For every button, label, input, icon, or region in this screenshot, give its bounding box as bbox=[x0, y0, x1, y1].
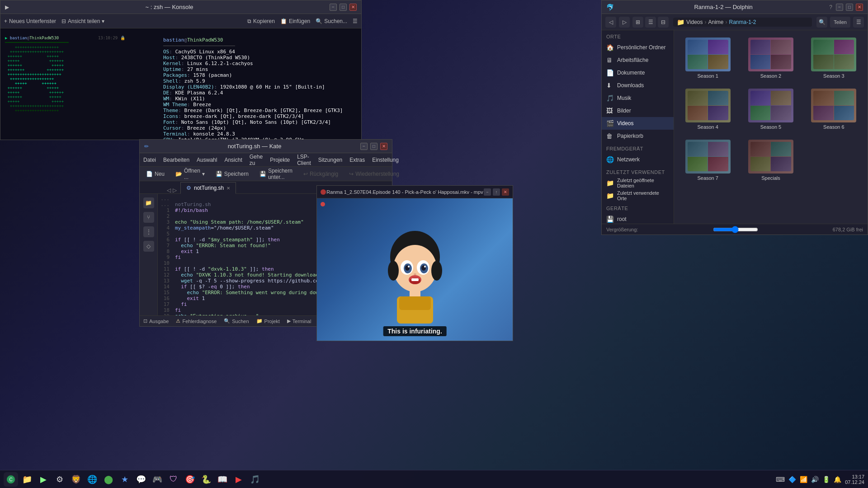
sidebar-item-recent-files[interactable]: 📁 Zuletzt geöffnete Dateien bbox=[602, 177, 674, 189]
sidebar-item-videos[interactable]: 🎬 Videos bbox=[602, 117, 674, 130]
dolphin-forward-btn[interactable]: ▷ bbox=[619, 17, 630, 28]
kate-menu-auswahl[interactable]: Auswahl bbox=[197, 157, 217, 163]
kate-project-tab[interactable]: 📁 Projekt bbox=[256, 318, 280, 324]
kate-panel-files-icon[interactable]: 📁 bbox=[143, 197, 154, 208]
kate-menu-datei[interactable]: Datei bbox=[143, 157, 156, 163]
sidebar-item-trash[interactable]: 🗑 Papierkorb bbox=[602, 130, 674, 142]
taskbar-freetube-icon[interactable]: ▶ bbox=[231, 472, 246, 487]
taskbar-heroic-icon[interactable]: 🛡 bbox=[166, 472, 181, 487]
sidebar-item-home[interactable]: 🏠 Persönlicher Ordner bbox=[602, 41, 674, 54]
tab-close-icon[interactable]: ✕ bbox=[226, 186, 230, 191]
sidebar-item-root[interactable]: 💾 root bbox=[602, 213, 674, 224]
notifications-icon[interactable]: 🔔 bbox=[834, 476, 841, 483]
folder-season7[interactable]: Season 7 bbox=[679, 137, 737, 183]
kate-panel-lsp-icon[interactable]: ◇ bbox=[143, 241, 154, 252]
folder-season3[interactable]: Season 3 bbox=[805, 35, 863, 81]
taskbar-files-icon[interactable]: 📁 bbox=[20, 472, 34, 487]
kate-close-btn[interactable]: ✕ bbox=[380, 143, 387, 150]
kate-panel-symbols-icon[interactable]: ⋮ bbox=[143, 226, 154, 237]
folder-season1[interactable]: Season 1 bbox=[679, 35, 737, 81]
kate-menu-projekte[interactable]: Projekte bbox=[270, 157, 290, 163]
terminal-maximize-btn[interactable]: □ bbox=[340, 4, 347, 11]
dolphin-close-btn[interactable]: ✕ bbox=[856, 4, 863, 11]
breadcrumb-back-icon[interactable]: ◁ bbox=[167, 187, 171, 193]
taskbar-settings-icon[interactable]: ⚙ bbox=[52, 472, 67, 487]
menu-btn[interactable]: ☰ bbox=[353, 18, 358, 24]
kate-undo-btn[interactable]: ↩ Rückgängig bbox=[301, 170, 341, 178]
taskbar-browser-chrome-icon[interactable]: ⬤ bbox=[101, 472, 116, 487]
new-tab-btn[interactable]: + Neues Unterfenster bbox=[4, 18, 56, 24]
breadcrumb-anime[interactable]: Anime bbox=[708, 19, 723, 25]
kate-save-as-btn[interactable]: 💾 Speichern unter... bbox=[257, 167, 295, 181]
copy-btn[interactable]: ⧉ Kopieren bbox=[247, 18, 275, 24]
taskbar-lutris-icon[interactable]: 🎯 bbox=[183, 472, 197, 487]
terminal-minimize-btn[interactable]: − bbox=[330, 4, 337, 11]
taskbar-python-icon[interactable]: 🐍 bbox=[199, 472, 213, 487]
dolphin-share-btn[interactable]: Teilen bbox=[830, 17, 850, 28]
terminal-close-btn[interactable]: ✕ bbox=[349, 4, 357, 11]
mpv-video-area[interactable]: This is infuriating. bbox=[317, 198, 513, 341]
kate-menu-gehe-zu[interactable]: Gehe zu bbox=[250, 154, 263, 166]
view-columns-btn[interactable]: ⊟ bbox=[658, 17, 669, 28]
breadcrumb-ranma[interactable]: Ranma-1-2 bbox=[729, 19, 756, 25]
dolphin-menu-btn[interactable]: ☰ bbox=[853, 17, 864, 28]
breadcrumb-forward-icon[interactable]: ▷ bbox=[173, 187, 177, 193]
recent-header: Zuletzt verwendet bbox=[602, 166, 674, 177]
taskbar-plasma-icon[interactable]: ★ bbox=[118, 472, 132, 487]
kate-diagnostics-tab[interactable]: ⚠ Fehlerdiagnose bbox=[176, 318, 217, 324]
sidebar-item-downloads[interactable]: ⬇ Downloads bbox=[602, 79, 674, 92]
kate-maximize-btn[interactable]: □ bbox=[370, 143, 377, 150]
kate-new-btn[interactable]: 📄 Neu bbox=[143, 170, 167, 178]
dolphin-minimize-btn[interactable]: − bbox=[836, 4, 843, 11]
kate-menu-sitzungen[interactable]: Sitzungen bbox=[318, 157, 342, 163]
split-view-btn[interactable]: ⊟ Ansicht teilen ▾ bbox=[61, 18, 104, 24]
dolphin-search-btn[interactable]: 🔍 bbox=[816, 17, 827, 28]
folder-season2[interactable]: Season 2 bbox=[741, 35, 800, 81]
kate-output-tab[interactable]: ⊡ Ausgabe bbox=[143, 318, 169, 324]
zoom-slider[interactable] bbox=[713, 226, 758, 233]
kate-menu-einstellung[interactable]: Einstellung bbox=[372, 157, 399, 163]
dolphin-maximize-btn[interactable]: □ bbox=[846, 4, 853, 11]
taskbar-steam-icon[interactable]: 🎮 bbox=[150, 472, 165, 487]
sidebar-item-recent-places[interactable]: 📁 Zuletzt verwendete Orte bbox=[602, 189, 674, 202]
taskbar-clock[interactable]: 13:17 07.12.24 bbox=[845, 474, 864, 485]
kate-save-btn[interactable]: 💾 Speichern bbox=[213, 170, 251, 178]
sidebar-item-network[interactable]: 🌐 Netzwerk bbox=[602, 153, 674, 166]
kate-menu-ansicht[interactable]: Ansicht bbox=[224, 157, 242, 163]
taskbar-sioyek-icon[interactable]: 📖 bbox=[215, 472, 230, 487]
folder-specials[interactable]: Specials bbox=[741, 137, 800, 183]
view-details-btn[interactable]: ☰ bbox=[645, 17, 656, 28]
kate-search-tab[interactable]: 🔍 Suchen bbox=[224, 318, 249, 324]
folder-season6[interactable]: Season 6 bbox=[805, 86, 863, 132]
taskbar-cachyos-icon[interactable]: C bbox=[4, 472, 18, 487]
folder-season4[interactable]: Season 4 bbox=[679, 86, 737, 132]
mpv-minimize-btn[interactable]: − bbox=[484, 188, 491, 196]
search-btn[interactable]: 🔍 Suchen... bbox=[316, 18, 347, 24]
taskbar-scarlett-icon[interactable]: 🎵 bbox=[248, 472, 262, 487]
sidebar-item-pictures[interactable]: 🖼 Bilder bbox=[602, 104, 674, 117]
taskbar-browser-brave-icon[interactable]: 🦁 bbox=[69, 472, 83, 487]
taskbar-discord-icon[interactable]: 💬 bbox=[134, 472, 148, 487]
view-icons-btn[interactable]: ⊞ bbox=[632, 17, 643, 28]
dolphin-back-btn[interactable]: ◁ bbox=[605, 17, 616, 28]
kate-menu-extras[interactable]: Extras bbox=[349, 157, 365, 163]
kate-minimize-btn[interactable]: − bbox=[360, 143, 368, 150]
kate-file-tab[interactable]: ⚙ notTuring.sh ✕ bbox=[180, 182, 236, 194]
sidebar-item-desktop[interactable]: 🖥 Arbeitsfläche bbox=[602, 54, 674, 66]
mpv-close-btn[interactable]: ✕ bbox=[502, 188, 509, 196]
sidebar-item-documents[interactable]: 📄 Dokumente bbox=[602, 66, 674, 79]
kate-menu-lsp[interactable]: LSP-Client bbox=[297, 154, 311, 166]
kate-terminal-tab[interactable]: ▶ Terminal bbox=[287, 318, 311, 324]
folder-season5[interactable]: Season 5 bbox=[741, 86, 800, 132]
taskbar-terminal-icon[interactable]: ▶ bbox=[36, 472, 51, 487]
paste-btn[interactable]: 📋 Einfügen bbox=[280, 18, 310, 24]
volume-icon[interactable]: 🔊 bbox=[811, 476, 819, 483]
mpv-expand-btn[interactable]: ↑ bbox=[493, 188, 500, 196]
taskbar-browser-edge-icon[interactable]: 🌐 bbox=[85, 472, 99, 487]
kate-menu-bearbeiten[interactable]: Bearbeiten bbox=[163, 157, 189, 163]
sidebar-item-music[interactable]: 🎵 Musik bbox=[602, 92, 674, 104]
kate-redo-btn[interactable]: ↪ Wiederherstellung bbox=[346, 170, 402, 178]
kate-panel-git-icon[interactable]: ⑂ bbox=[143, 212, 154, 223]
breadcrumb-videos[interactable]: Videos bbox=[686, 19, 703, 25]
kate-open-btn[interactable]: 📂 Öffnen ... ▾ bbox=[173, 167, 208, 181]
